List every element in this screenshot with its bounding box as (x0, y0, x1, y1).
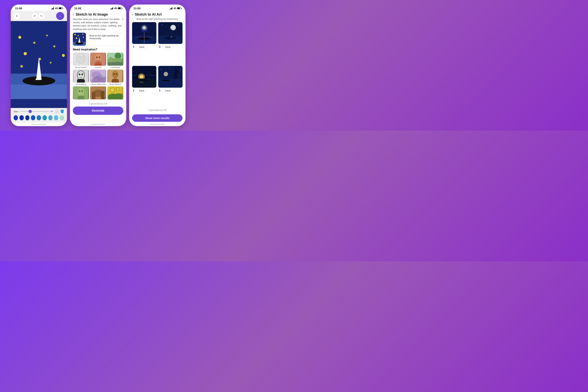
style-row3b[interactable] (90, 86, 106, 100)
svg-point-94 (161, 69, 162, 70)
status-bar-2: 11:03 4G (70, 4, 126, 11)
sketch-thumbnail (73, 33, 86, 46)
home-indicator-1 (11, 122, 67, 126)
svg-point-20 (83, 37, 84, 38)
style-landscape[interactable]: Landscape (107, 53, 123, 68)
result-item-1: ⬆ Save (132, 22, 156, 64)
phone-3: 11:03 4G ‹ Sketch to AI Art Boat at the … (129, 4, 185, 126)
svg-point-51 (116, 73, 117, 75)
home-indicator-3 (129, 122, 185, 126)
watercolor-label: Loose watercolor (91, 83, 106, 85)
phone3-content: ‹ Sketch to AI Art Boat at the night pai… (129, 11, 185, 122)
row3c-img (107, 86, 123, 100)
color-2[interactable] (20, 115, 24, 120)
style-row3a[interactable] (73, 86, 89, 100)
style-pencil-sketch[interactable]: Pencil sketch (73, 53, 89, 68)
save-button-1[interactable]: Save (136, 45, 147, 49)
status-icons-3: 4G (170, 7, 181, 10)
ink-drawing-img (73, 70, 89, 82)
signal-icon-2 (110, 7, 113, 10)
size-row: Size ✏ ⬜ 🪣 (14, 110, 64, 114)
share-button-3[interactable]: ⬆ (132, 89, 135, 92)
svg-point-4 (24, 52, 27, 55)
size-slider[interactable] (20, 111, 49, 112)
svg-point-86 (139, 82, 144, 83)
phone1-content: ✕ ↺ ↻ › (11, 11, 67, 122)
svg-rect-59 (101, 91, 104, 99)
svg-point-73 (165, 37, 176, 40)
page-title-3: Sketch to AI Art (135, 12, 162, 16)
style-watercolor[interactable]: Loose watercolor (90, 70, 106, 85)
pencil-sketch-img (73, 53, 89, 66)
color-8[interactable] (54, 115, 58, 120)
landscape-img (107, 53, 123, 66)
drawing-canvas[interactable] (11, 21, 67, 108)
style-warhol[interactable]: Andy Warhol (107, 70, 123, 85)
ink-drawing-label: Ink drawing (76, 83, 86, 85)
svg-point-31 (95, 54, 101, 62)
svg-point-2 (33, 42, 36, 44)
inspiration-grid: Pencil sketch Portrait (73, 53, 123, 100)
redo-button[interactable]: ↻ (39, 13, 44, 19)
svg-point-95 (169, 68, 170, 68)
time-2: 11:03 (74, 7, 81, 10)
svg-point-53 (78, 88, 84, 96)
color-7[interactable] (48, 115, 53, 120)
color-9[interactable] (60, 115, 64, 120)
page-header-2: ‹ Sketch to AI Image (73, 11, 123, 18)
color-5[interactable] (37, 115, 41, 120)
eraser-tool-icon[interactable]: ⬜ (55, 110, 59, 114)
bucket-tool-icon[interactable]: 🪣 (60, 110, 64, 114)
share-button-2[interactable]: ⬆ (159, 45, 161, 49)
svg-point-62 (117, 88, 120, 90)
description-2: Describe what you have sketched. For bet… (73, 18, 123, 31)
svg-point-6 (53, 45, 55, 48)
svg-point-32 (96, 56, 98, 58)
color-6[interactable] (43, 115, 47, 120)
color-1[interactable] (14, 115, 18, 120)
status-icons-1: 4G (51, 7, 63, 10)
svg-rect-38 (109, 57, 112, 62)
style-row3c[interactable] (107, 86, 123, 100)
svg-point-16 (74, 34, 76, 35)
phone-1: 11:00 4G ✕ ↺ ↻ (11, 4, 67, 126)
result-image-4 (158, 66, 183, 88)
time-1: 11:00 (15, 7, 22, 10)
forward-button[interactable]: › (56, 12, 64, 20)
color-4[interactable] (31, 115, 35, 120)
info-icon[interactable]: ℹ (122, 18, 123, 31)
size-label: Size (14, 110, 18, 113)
back-button-3[interactable]: ‹ (132, 12, 133, 16)
portrait-label: Portrait (95, 66, 101, 68)
pencil-tool-icon[interactable]: ✏ (51, 110, 53, 114)
prompt-input[interactable]: Boat at the night painting by Aivazovsky (88, 33, 123, 46)
share-button-4[interactable]: ⬆ (159, 89, 161, 92)
save-button-4[interactable]: Save (162, 88, 173, 93)
save-button-2[interactable]: Save (162, 45, 173, 49)
status-icons-2: 4G (110, 7, 122, 10)
generate-button[interactable]: Generate (73, 106, 123, 115)
save-button-3[interactable]: Save (136, 88, 147, 93)
style-ink-drawing[interactable]: Ink drawing (73, 70, 89, 85)
svg-point-19 (76, 38, 77, 39)
time-3: 11:03 (134, 7, 140, 10)
network-label-2: 4G (114, 7, 117, 10)
color-3[interactable] (25, 115, 30, 120)
gen-left-3: 5 generation(s) left (132, 109, 183, 112)
phone2-content: ‹ Sketch to AI Image Describe what you h… (70, 11, 126, 122)
close-button[interactable]: ✕ (14, 13, 20, 19)
svg-point-50 (113, 73, 115, 75)
undo-button[interactable]: ↺ (32, 13, 38, 19)
style-portrait[interactable]: Portrait (90, 53, 106, 68)
show-more-button[interactable]: Show more results (132, 114, 183, 122)
svg-rect-89 (159, 79, 182, 88)
portrait-img (90, 53, 106, 66)
svg-point-93 (162, 80, 169, 81)
signal-icon-1 (51, 7, 54, 10)
warhol-label: Andy Warhol (110, 83, 121, 85)
svg-rect-11 (11, 84, 67, 99)
back-button-2[interactable]: ‹ (73, 12, 74, 16)
svg-point-18 (82, 34, 83, 35)
share-button-1[interactable]: ⬆ (132, 45, 135, 49)
svg-point-7 (20, 65, 23, 68)
